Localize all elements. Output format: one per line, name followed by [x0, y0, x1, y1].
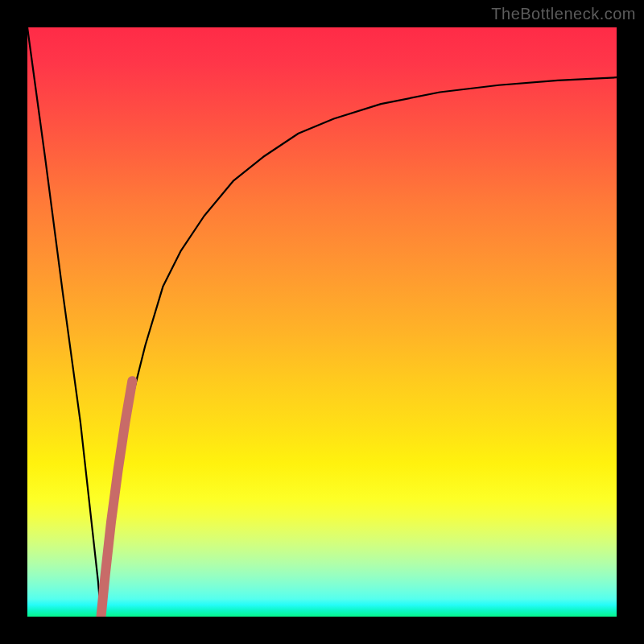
chart-frame: TheBottleneck.com — [0, 0, 644, 644]
bottleneck-curve — [27, 27, 617, 617]
plot-area — [27, 27, 617, 617]
watermark-text: TheBottleneck.com — [491, 5, 636, 23]
highlight-segment — [101, 381, 133, 617]
chart-svg — [27, 27, 617, 617]
